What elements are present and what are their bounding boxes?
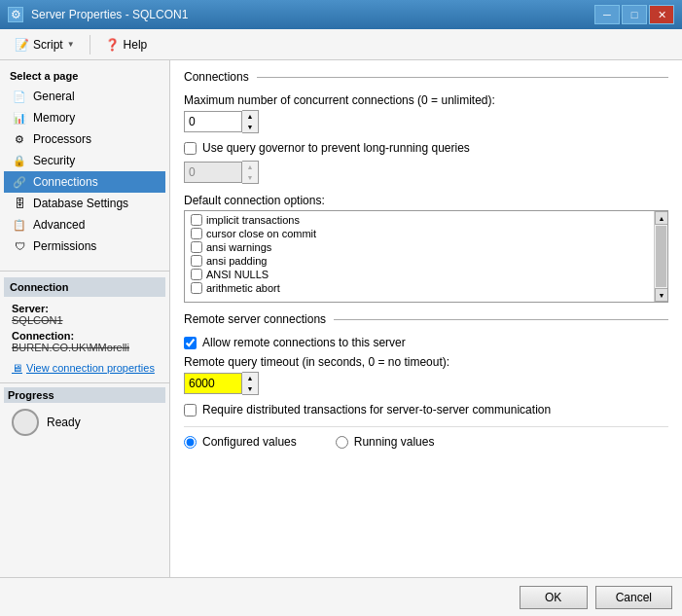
sidebar-item-security[interactable]: 🔒 Security bbox=[4, 150, 165, 171]
allow-remote-label: Allow remote connections to this server bbox=[202, 336, 406, 349]
script-button[interactable]: 📝 Script ▼ bbox=[8, 35, 82, 54]
remote-timeout-input[interactable]: 6000 bbox=[184, 373, 242, 394]
scroll-down[interactable]: ▼ bbox=[655, 288, 668, 302]
query-governor-down[interactable]: ▼ bbox=[242, 172, 258, 183]
window-title: Server Properties - SQLCON1 bbox=[31, 8, 188, 21]
sidebar-item-memory-label: Memory bbox=[33, 111, 75, 125]
view-connection-label: View connection properties bbox=[26, 362, 155, 374]
scroll-up[interactable]: ▲ bbox=[655, 211, 668, 225]
maximize-button[interactable]: □ bbox=[622, 5, 647, 24]
title-bar: ⚙ Server Properties - SQLCON1 ─ □ ✕ bbox=[0, 0, 682, 29]
close-button[interactable]: ✕ bbox=[649, 5, 674, 24]
help-button[interactable]: ❓ Help bbox=[98, 35, 155, 54]
max-connections-input[interactable]: 0 bbox=[184, 111, 242, 132]
running-values-radio[interactable] bbox=[336, 436, 348, 449]
option-label: ansi padding bbox=[206, 255, 267, 267]
remote-timeout-up[interactable]: ▲ bbox=[242, 373, 258, 383]
max-connections-down[interactable]: ▼ bbox=[242, 122, 258, 132]
allow-remote-checkbox[interactable] bbox=[184, 337, 197, 349]
distributed-transactions-label: Require distributed transactions for ser… bbox=[202, 403, 551, 417]
sidebar-item-database-settings[interactable]: 🗄 Database Settings bbox=[4, 193, 165, 214]
default-connection-options-row: Default connection options: implicit tra… bbox=[184, 194, 668, 303]
values-radio-row: Configured values Running values bbox=[184, 426, 668, 449]
list-item: ansi warnings bbox=[187, 240, 665, 254]
query-governor-input[interactable] bbox=[184, 162, 242, 183]
max-connections-spinner-buttons: ▲ ▼ bbox=[242, 110, 259, 133]
progress-header: Progress bbox=[4, 387, 165, 403]
sidebar-item-memory[interactable]: 📊 Memory bbox=[4, 107, 165, 128]
sidebar-item-advanced[interactable]: 📋 Advanced bbox=[4, 214, 165, 236]
sidebar-item-general-label: General bbox=[33, 90, 75, 103]
option-label: cursor close on commit bbox=[206, 228, 316, 239]
script-icon: 📝 bbox=[15, 38, 29, 52]
query-governor-spinner-buttons: ▲ ▼ bbox=[242, 161, 259, 184]
toolbar-divider bbox=[90, 35, 90, 54]
sidebar-item-processors[interactable]: ⚙ Processors bbox=[4, 128, 165, 150]
sidebar-item-advanced-label: Advanced bbox=[33, 218, 85, 232]
minimize-button[interactable]: ─ bbox=[594, 5, 620, 24]
view-connection-link[interactable]: 🖥 View connection properties bbox=[4, 359, 165, 377]
remote-title: Remote server connections bbox=[184, 312, 326, 326]
list-item: ANSI NULLS bbox=[187, 268, 665, 281]
option-ansi-padding[interactable] bbox=[191, 255, 202, 267]
query-governor-checkbox[interactable] bbox=[184, 142, 197, 155]
ok-button[interactable]: OK bbox=[520, 586, 588, 609]
remote-timeout-spinner: 6000 ▲ ▼ bbox=[184, 372, 668, 395]
progress-section: Progress Ready bbox=[0, 382, 169, 446]
script-dropdown-arrow: ▼ bbox=[67, 40, 75, 49]
connections-icon: 🔗 bbox=[12, 174, 27, 190]
sidebar-item-database-settings-label: Database Settings bbox=[33, 197, 128, 210]
connection-options-list: implicit transactions cursor close on co… bbox=[184, 210, 668, 303]
sidebar-item-security-label: Security bbox=[33, 154, 75, 167]
option-ansi-warnings[interactable] bbox=[191, 241, 202, 253]
list-item: implicit transactions bbox=[187, 213, 665, 227]
connection-info: Server: SQLCON1 Connection: BUREN.CO.UK\… bbox=[4, 297, 165, 359]
remote-timeout-label: Remote query timeout (in seconds, 0 = no… bbox=[184, 355, 668, 369]
option-label: implicit transactions bbox=[206, 214, 300, 226]
query-governor-spinner: ▲ ▼ bbox=[184, 161, 668, 184]
scrollbar: ▲ ▼ bbox=[654, 211, 667, 302]
remote-section: Remote server connections Allow remote c… bbox=[184, 312, 668, 417]
option-label: ansi warnings bbox=[206, 241, 271, 253]
sidebar-item-connections-label: Connections bbox=[33, 175, 98, 189]
sidebar-item-permissions[interactable]: 🛡 Permissions bbox=[4, 236, 165, 257]
option-arithmetic-abort[interactable] bbox=[191, 282, 202, 294]
remote-divider bbox=[334, 319, 668, 320]
configured-values-label: Configured values bbox=[202, 435, 297, 449]
query-governor-row: Use query governor to prevent long-runni… bbox=[184, 141, 668, 155]
sidebar-item-connections[interactable]: 🔗 Connections bbox=[4, 171, 165, 193]
memory-icon: 📊 bbox=[12, 110, 27, 126]
server-label: Server: bbox=[12, 303, 49, 314]
option-cursor-close[interactable] bbox=[191, 228, 202, 239]
remote-timeout-down[interactable]: ▼ bbox=[242, 383, 258, 394]
sidebar-header: Select a page bbox=[4, 66, 165, 86]
connection-value: BUREN.CO.UK\MMorelli bbox=[12, 342, 129, 353]
max-connections-up[interactable]: ▲ bbox=[242, 111, 258, 122]
progress-content: Ready bbox=[4, 403, 165, 442]
distributed-transactions-checkbox[interactable] bbox=[184, 404, 197, 417]
option-label: arithmetic abort bbox=[206, 282, 280, 294]
allow-remote-row: Allow remote connections to this server bbox=[184, 336, 668, 349]
main-content: Connections Maximum number of concurrent… bbox=[170, 60, 682, 577]
sidebar: Select a page 📄 General 📊 Memory ⚙ Proce… bbox=[0, 60, 170, 577]
running-values-label: Running values bbox=[354, 435, 435, 449]
list-item: cursor close on commit bbox=[187, 227, 665, 240]
configured-values-radio[interactable] bbox=[184, 436, 197, 449]
query-governor-up[interactable]: ▲ bbox=[242, 162, 258, 172]
script-label: Script bbox=[33, 38, 63, 52]
sidebar-item-general[interactable]: 📄 General bbox=[4, 86, 165, 107]
connections-title: Connections bbox=[184, 70, 249, 84]
database-settings-icon: 🗄 bbox=[12, 196, 27, 211]
cancel-button[interactable]: Cancel bbox=[595, 586, 672, 609]
option-label: ANSI NULLS bbox=[206, 269, 269, 280]
connections-section-header: Connections bbox=[184, 70, 668, 84]
remote-timeout-row: Remote query timeout (in seconds, 0 = no… bbox=[184, 355, 668, 395]
option-implicit-transactions[interactable] bbox=[191, 214, 202, 226]
option-ansi-nulls[interactable] bbox=[191, 269, 202, 280]
distributed-transactions-row: Require distributed transactions for ser… bbox=[184, 403, 668, 417]
processors-icon: ⚙ bbox=[12, 131, 27, 147]
general-icon: 📄 bbox=[12, 89, 27, 104]
app-icon: ⚙ bbox=[8, 7, 23, 22]
main-layout: Select a page 📄 General 📊 Memory ⚙ Proce… bbox=[0, 60, 682, 577]
max-connections-row: Maximum number of concurrent connections… bbox=[184, 93, 668, 133]
